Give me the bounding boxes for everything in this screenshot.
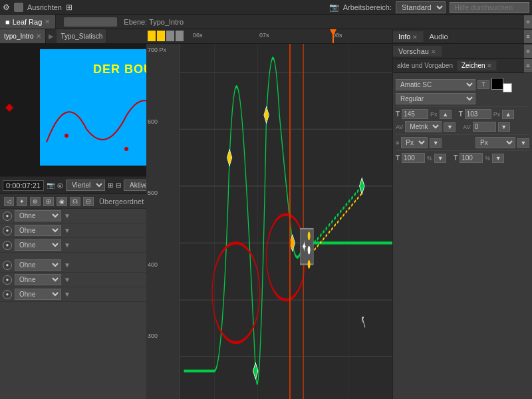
font-family-dropdown[interactable]: Amatic SC [396,79,475,90]
layer-visibility-1[interactable]: ● [3,211,12,221]
size-up-btn[interactable]: ▲ [440,110,452,119]
scale-v-input[interactable] [460,153,483,163]
color-swatches [491,78,515,91]
comp-tab[interactable]: typo_Intro ✕ [0,29,46,43]
vorschau-overflow-btn[interactable]: ≡ [524,45,532,58]
tab-overflow-btn[interactable]: ≡ [524,15,532,29]
scale-v-down-btn[interactable]: ▼ [492,154,504,163]
kerning-dropdown[interactable]: Metrik [405,121,442,132]
transport-bar: 0:00:07:21 📷 ◎ Viertel ⊞ ⊟ Aktive Kamera… [0,177,146,194]
svg-point-25 [291,237,294,249]
sub-tab-bar: typo_Intro ✕ ▶ Typo_Statisch [0,29,146,44]
line-height-input[interactable] [465,109,491,119]
ruler-mark-6s: 06s [193,32,203,39]
kerning-row: AV Metrik ▼ AV ▼ [396,121,529,132]
project-tab-close[interactable]: ✕ [45,18,50,25]
layer-visibility-4[interactable]: ● [3,261,12,270]
layer-arrow-6[interactable]: ▼ [64,291,70,298]
font-picker-btn[interactable]: T [477,80,489,89]
baseline-row: ≡ Px ▼ Px ▼ [396,137,529,148]
layer-arrow-4[interactable]: ▼ [64,261,70,269]
layer-dropdown-3[interactable]: Ohne [15,239,61,251]
tab-audio[interactable]: Audio [424,31,454,42]
comp-tab-close[interactable]: ✕ [36,33,41,40]
scale-v-pct: % [485,155,490,162]
scale-h-input[interactable] [402,153,425,163]
layer-tool-1[interactable]: ◁ [4,197,14,206]
layer-dropdown-2[interactable]: Ohne [15,225,61,236]
camera-icon: 📷 [329,3,339,12]
scale-h-down-btn[interactable]: ▼ [434,154,446,163]
tab-vorschau[interactable]: Vorschau ✕ [393,46,442,57]
svg-point-30 [308,231,311,240]
vorschau-bar: Vorschau ✕ ≡ [393,44,532,59]
layer-dropdown-6[interactable]: Ohne [15,289,61,300]
font-style-dropdown[interactable]: Regular [396,93,475,104]
quality-dropdown[interactable]: Viertel [66,180,105,191]
workspace-label: Arbeitsbereich: [343,3,392,11]
list-item: ● Ohne ▼ [0,273,146,287]
kerning-av-icon: AV [396,124,403,130]
marker-4 [176,31,184,41]
layer-tool-2[interactable]: ✦ [17,197,27,206]
tracking2-dropdown[interactable]: Px [475,137,515,148]
main-area: typo_Intro ✕ ▶ Typo_Statisch DER BOUNCIN… [0,29,532,399]
size-row: T Px ▲ T Px ▲ [396,109,529,119]
svg-point-32 [308,260,311,269]
left-panel: typo_Intro ✕ ▶ Typo_Statisch DER BOUNCIN… [0,29,146,399]
baseline-down-btn[interactable]: ▼ [430,138,442,148]
right-overflow-btn[interactable]: ≡ [524,30,532,43]
layer-visibility-3[interactable]: ● [3,241,12,250]
info-tab-close[interactable]: ✕ [412,34,418,41]
tab-zeichen[interactable]: Zeichen ✕ [458,61,497,70]
right-panel: Info ✕ Audio ≡ Vorschau ✕ ≡ akte und Vor… [392,29,532,399]
camera-icon-transport: 📷 [47,182,55,189]
layer-dropdown-5[interactable]: Ohne [15,274,61,285]
layer-dropdown-4[interactable]: Ohne [15,259,61,271]
marker-3 [166,31,174,41]
tracking-down-btn[interactable]: ▼ [498,122,510,132]
layer-arrow-2[interactable]: ▼ [64,227,70,234]
tab-info[interactable]: Info ✕ [393,31,424,42]
separator-2 [396,134,529,135]
tracking-input[interactable] [473,122,496,132]
baseline-dropdown[interactable]: Px [401,137,428,148]
layer-arrow-3[interactable]: ▼ [64,241,70,249]
y-label-600: 600 [148,118,178,125]
tracking2-down-btn[interactable]: ▼ [517,138,529,148]
color-swatch-fg[interactable] [491,78,503,90]
layer-tool-7[interactable]: ⊟ [83,197,94,206]
layer-visibility-5[interactable]: ● [3,275,12,285]
layer-tool-3[interactable]: ⊕ [30,197,41,206]
kerning-down-btn[interactable]: ▼ [444,122,456,132]
search-input[interactable] [450,2,529,13]
layer-tool-5[interactable]: ◉ [57,197,67,206]
layer-tool-4[interactable]: ⊞ [43,197,54,206]
line-up-btn[interactable]: ▲ [502,110,514,119]
layer-tool-6[interactable]: ☊ [70,197,80,206]
tab-akte[interactable]: akte und Vorgaben [393,61,458,70]
layer-visibility-6[interactable]: ● [3,290,12,299]
layer-arrow-5[interactable]: ▼ [64,276,70,283]
font-size-input[interactable] [402,109,428,119]
snap-icon: ◎ [57,182,63,189]
layer-sub-tab[interactable]: Typo_Statisch [57,29,107,43]
color-swatch-bg[interactable] [503,83,512,92]
layer-dropdown-1[interactable]: Ohne [15,210,61,221]
list-item: ● Ohne ▼ [0,258,146,273]
layer-arrow-1[interactable]: ▼ [64,212,70,219]
list-item: ● Ohne ▼ [0,209,146,223]
center-area: 06s 07s 08s 09s 700 Px 600 500 400 300 2… [146,29,392,399]
separator-3 [396,150,529,151]
app-icon: ⚙ [3,3,10,12]
align-tool-label: Ausrichten [27,3,62,11]
font-family-row: Amatic SC T [396,78,529,91]
project-icon: ■ [5,18,10,26]
layer-visibility-2[interactable]: ● [3,226,12,235]
workspace-dropdown[interactable]: Standard [396,1,446,13]
zeichen-overflow-btn[interactable]: ≡ [524,59,532,72]
tracking-av-icon: AV [463,124,470,130]
graph-svg: ✦ ↖ [180,44,392,399]
project-tab[interactable]: ■ Leaf Rag ✕ [0,15,56,29]
scale-h-icon: T [396,154,400,162]
